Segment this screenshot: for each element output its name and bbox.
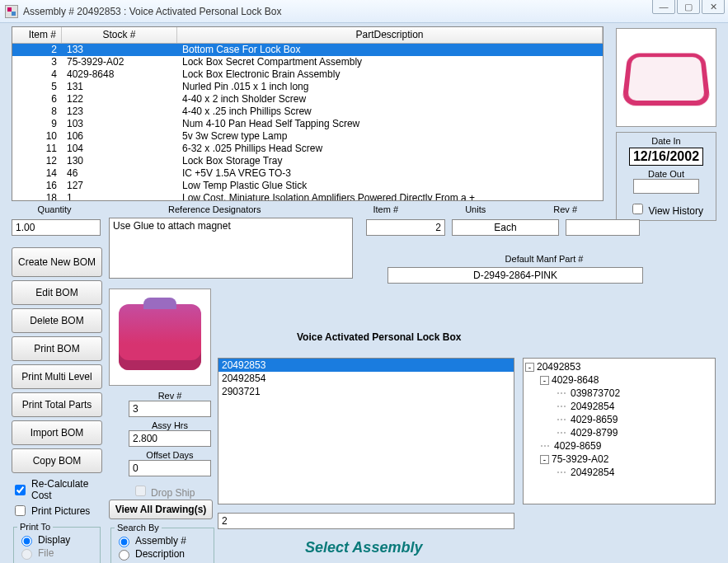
search-by-group: Search By Assembly # Description bbox=[110, 523, 214, 563]
quantity-input[interactable] bbox=[12, 219, 101, 236]
print-bom-button[interactable]: Print BOM bbox=[12, 336, 102, 361]
print-multi-button[interactable]: Print Multi Level bbox=[12, 364, 102, 389]
table-row[interactable]: 181Low Cost, Miniature Isolation Amplifi… bbox=[12, 192, 603, 200]
col-stock-header[interactable]: Stock # bbox=[62, 27, 177, 43]
refdes-label: Reference Designators bbox=[97, 204, 331, 214]
app-icon bbox=[5, 5, 18, 18]
list-item[interactable]: 2903721 bbox=[218, 385, 514, 398]
rev2-label: Rev # bbox=[129, 391, 211, 401]
parts-grid[interactable]: Item # Stock # PartDescription 2133Botto… bbox=[12, 26, 604, 201]
search-by-legend: Search By bbox=[115, 523, 162, 533]
item-input[interactable] bbox=[366, 219, 445, 236]
table-row[interactable]: 2133Bottom Case For Lock Box bbox=[12, 44, 603, 56]
date-panel: Date In 12/16/2002 Date Out View History bbox=[616, 132, 716, 221]
col-item-header[interactable]: Item # bbox=[12, 27, 62, 43]
table-row[interactable]: 111046-32 x .025 Phillips Head Screw bbox=[12, 143, 603, 155]
recalc-checkbox[interactable] bbox=[15, 485, 26, 495]
assembly-thumbnail bbox=[109, 289, 211, 386]
dropship-label: Drop Ship bbox=[151, 487, 195, 499]
table-row[interactable]: 44029-8648Lock Box Electronic Brain Asse… bbox=[12, 68, 603, 81]
table-row[interactable]: 5131Nurled Pin .015 x 1 inch long bbox=[12, 81, 603, 93]
print-to-group: Print To Display File bbox=[13, 522, 101, 563]
table-row[interactable]: 375-3929-A02Lock Box Secret Compartment … bbox=[12, 56, 603, 68]
refdes-textbox[interactable]: Use Glue to attach magnet bbox=[109, 218, 353, 279]
print-to-file-radio bbox=[21, 549, 32, 560]
rev-label: Rev # bbox=[526, 204, 604, 214]
tree-node[interactable]: 039873702 bbox=[525, 387, 713, 400]
close-button[interactable]: ✕ bbox=[702, 0, 725, 14]
table-row[interactable]: 1446IC +5V 1.5A VREG TO-3 bbox=[12, 167, 603, 180]
search-by-assembly-radio[interactable] bbox=[119, 537, 129, 547]
lockbox-open-icon bbox=[625, 49, 707, 106]
dropship-checkbox bbox=[135, 486, 146, 496]
view-drawings-button[interactable]: View All Drawing(s) bbox=[109, 500, 213, 519]
list-item[interactable]: 20492853 bbox=[218, 359, 514, 372]
delete-bom-button[interactable]: Delete BOM bbox=[12, 308, 102, 333]
print-pics-checkbox[interactable] bbox=[15, 505, 26, 516]
print-total-button[interactable]: Print Total Parts bbox=[12, 392, 102, 417]
assembly-tree[interactable]: -20492853-4029-8648039873702204928544029… bbox=[523, 358, 716, 504]
table-row[interactable]: 12130Lock Box Storage Tray bbox=[12, 155, 603, 167]
offsetdays-label: Offset Days bbox=[129, 450, 211, 460]
manf-label: Default Manf Part # bbox=[462, 254, 627, 264]
search-input[interactable] bbox=[218, 513, 514, 529]
date-in-label: Date In bbox=[620, 136, 712, 146]
select-assembly-heading: Select Assembly bbox=[305, 539, 422, 556]
tree-node[interactable]: -75-3929-A02 bbox=[525, 453, 713, 466]
table-row[interactable]: 101065v 3w Screw type Lamp bbox=[12, 130, 603, 143]
item-label: Item # bbox=[346, 204, 425, 214]
date-out-value[interactable] bbox=[633, 179, 699, 194]
col-desc-header[interactable]: PartDescription bbox=[177, 27, 603, 43]
units-label: Units bbox=[425, 204, 526, 214]
view-history-label: View History bbox=[648, 205, 702, 217]
tree-node[interactable]: 4029-8799 bbox=[525, 426, 713, 439]
tree-node[interactable]: 20492854 bbox=[525, 466, 713, 479]
tree-node[interactable]: -20492853 bbox=[525, 360, 713, 373]
copy-bom-button[interactable]: Copy BOM bbox=[12, 448, 102, 473]
titlebar: Assembly # 20492853 : Voice Activated Pe… bbox=[0, 0, 728, 23]
tree-node[interactable]: 4029-8659 bbox=[525, 413, 713, 426]
search-by-description-radio[interactable] bbox=[119, 550, 129, 561]
edit-bom-button[interactable]: Edit BOM bbox=[12, 280, 102, 305]
table-row[interactable]: 9103Num 4-10 Pan Head Self Tapping Screw bbox=[12, 118, 603, 130]
table-row[interactable]: 16127Low Temp Plastic Glue Stick bbox=[12, 180, 603, 192]
import-bom-button[interactable]: Import BOM bbox=[12, 420, 102, 445]
offsetdays-input[interactable] bbox=[129, 460, 211, 476]
grid-header: Item # Stock # PartDescription bbox=[12, 27, 603, 44]
assyhrs-input[interactable] bbox=[129, 430, 211, 447]
part-image-panel bbox=[616, 28, 716, 127]
manf-input[interactable] bbox=[387, 267, 643, 284]
print-to-legend: Print To bbox=[17, 522, 53, 532]
tree-node[interactable]: -4029-8648 bbox=[525, 373, 713, 387]
quantity-label: Quantity bbox=[12, 204, 97, 214]
date-out-label: Date Out bbox=[620, 169, 712, 179]
lockbox-closed-icon bbox=[119, 304, 201, 370]
view-history-checkbox[interactable] bbox=[632, 204, 643, 214]
assyhrs-label: Assy Hrs bbox=[129, 420, 211, 430]
maximize-button[interactable]: ▢ bbox=[677, 0, 700, 14]
tree-node[interactable]: 4029-8659 bbox=[525, 439, 713, 453]
date-in-value: 12/16/2002 bbox=[629, 148, 703, 166]
print-to-display-radio[interactable] bbox=[21, 536, 32, 547]
list-item[interactable]: 20492854 bbox=[218, 372, 514, 385]
rev-input[interactable] bbox=[566, 219, 640, 236]
print-pics-label: Print Pictures bbox=[31, 505, 90, 517]
recalc-label: Re-Calculate Cost bbox=[31, 478, 102, 501]
create-bom-button[interactable]: Create New BOM bbox=[12, 247, 102, 277]
rev2-input[interactable] bbox=[129, 401, 211, 417]
bom-button-column: Create New BOM Edit BOM Delete BOM Print… bbox=[12, 247, 102, 563]
tree-node[interactable]: 20492854 bbox=[525, 400, 713, 413]
assembly-list[interactable]: 20492853204928542903721 bbox=[218, 358, 514, 504]
minimize-button[interactable]: — bbox=[652, 0, 675, 14]
table-row[interactable]: 61224-40 x 2 inch Sholder Screw bbox=[12, 93, 603, 106]
table-row[interactable]: 81234-40 x .25 inch Phillips Screw bbox=[12, 106, 603, 118]
assembly-name: Voice Activated Personal Lock Box bbox=[297, 331, 461, 343]
window-title: Assembly # 20492853 : Voice Activated Pe… bbox=[23, 6, 723, 17]
units-input[interactable] bbox=[452, 219, 559, 236]
